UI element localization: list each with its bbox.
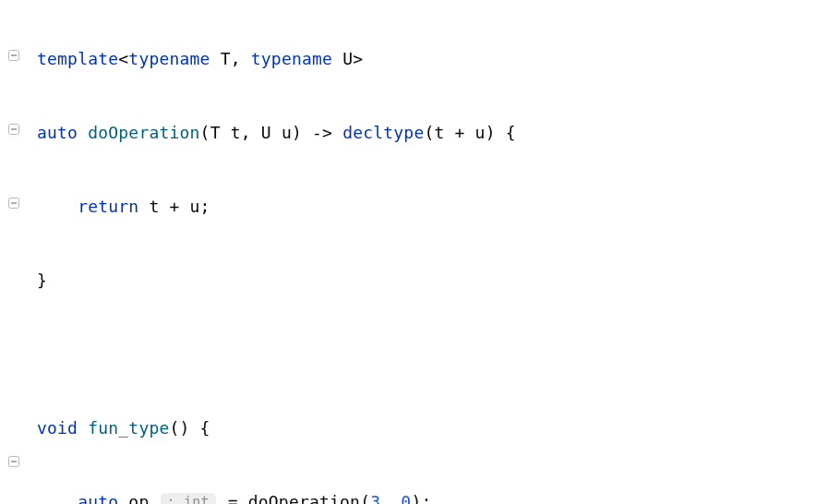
comma: ,: [231, 49, 251, 68]
type-hint[interactable]: : int: [161, 493, 215, 504]
fold-expanded-icon[interactable]: [8, 50, 19, 61]
gutter: [0, 0, 26, 504]
call: doOperation(: [248, 492, 370, 504]
number: 0: [401, 492, 411, 504]
code-area[interactable]: template<typename T, typename U> auto do…: [26, 0, 816, 504]
code-line: auto op : int = doOperation(3, 0);: [37, 484, 816, 504]
fold-collapse-icon[interactable]: [8, 124, 19, 135]
angle-close: >: [353, 49, 363, 68]
keyword-void: void: [37, 418, 78, 438]
keyword-typename: typename: [251, 49, 332, 68]
keyword-return: return: [78, 197, 138, 216]
fold-collapse-icon[interactable]: [8, 456, 19, 467]
code-line: void fun_type() {: [37, 410, 816, 447]
function-name: fun_type: [88, 418, 169, 438]
params: (T t, U u) ->: [200, 123, 343, 142]
indent: [37, 492, 78, 504]
close-brace: }: [37, 270, 47, 290]
code-line: auto doOperation(T t, U u) -> decltype(t…: [37, 114, 816, 151]
text: (t + u) {: [424, 123, 515, 142]
var-name: op: [118, 492, 159, 504]
close: );: [411, 492, 431, 504]
keyword-template: template: [37, 49, 118, 68]
code-editor: template<typename T, typename U> auto do…: [0, 0, 816, 504]
expr: t + u;: [138, 197, 210, 216]
template-param: T: [210, 49, 231, 68]
blank-line: [37, 336, 816, 373]
indent: [37, 197, 78, 216]
code-line: return t + u;: [37, 188, 816, 225]
equals: =: [218, 492, 248, 504]
angle-open: <: [118, 49, 128, 68]
number: 3: [370, 492, 380, 504]
space: [78, 123, 88, 142]
code-line: }: [37, 262, 816, 299]
template-param: U: [332, 49, 353, 68]
function-name: doOperation: [88, 123, 199, 142]
text: () {: [170, 418, 210, 438]
comma: ,: [380, 492, 401, 504]
fold-expanded-icon[interactable]: [8, 198, 19, 209]
keyword-decltype: decltype: [342, 123, 424, 142]
keyword-typename: typename: [128, 49, 210, 68]
keyword-auto: auto: [78, 492, 118, 504]
space: [78, 418, 88, 438]
keyword-auto: auto: [37, 123, 78, 142]
code-line: template<typename T, typename U>: [37, 41, 816, 78]
